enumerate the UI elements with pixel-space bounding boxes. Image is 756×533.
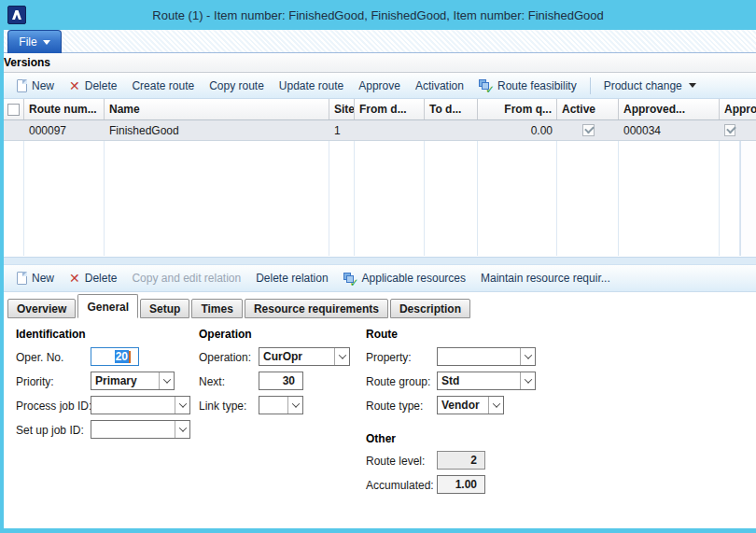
relation-new-button[interactable]: New [9,268,62,288]
versions-toolbar: New ✕ Delete Create route Copy route Upd… [0,73,756,99]
delete-button[interactable]: ✕ Delete [62,76,124,96]
priority-value: Primary [91,374,159,387]
applicable-resources-label: Applicable resources [362,272,466,285]
priority-select[interactable]: Primary [91,372,175,390]
column-header-to-date[interactable]: To d... [425,99,478,119]
accumulated-value: 1.00 [438,478,484,491]
cell-active [557,120,619,140]
new-page-icon [17,79,27,92]
route-type-label: Route type: [366,400,423,413]
delete-x-icon: ✕ [69,272,80,285]
tab-times[interactable]: Times [191,299,242,318]
pane-splitter[interactable] [0,257,756,265]
next-input[interactable]: 30 [259,372,303,390]
route-feasibility-button[interactable]: ✓ Route feasibility [471,75,584,96]
route-type-select[interactable]: Vendor [437,396,504,414]
route-level-field: 2 [437,451,485,470]
priority-label: Priority: [16,375,54,388]
applicable-resources-button[interactable]: ✓ Applicable resources [336,268,473,289]
select-all-checkbox[interactable] [7,104,20,116]
copy-and-edit-relation-label: Copy and edit relation [132,272,241,285]
process-job-id-select[interactable] [91,396,190,414]
create-route-button[interactable]: Create route [124,76,202,96]
tab-setup[interactable]: Setup [140,299,189,318]
column-header-site[interactable]: Site [329,99,355,119]
row-selector-cell[interactable] [4,120,24,140]
setup-job-id-select[interactable] [91,420,190,439]
chevron-down-icon[interactable] [287,397,302,414]
accumulated-field[interactable]: 1.00 [437,475,485,494]
delete-relation-button[interactable]: Delete relation [248,268,335,288]
relation-delete-button[interactable]: ✕ Delete [62,268,124,288]
active-checkbox [582,124,595,136]
chevron-down-icon[interactable] [175,421,189,438]
dynamics-ax-app-icon [7,6,26,24]
column-header-from-date[interactable]: From d... [355,99,425,119]
route-level-value: 2 [438,454,484,467]
product-change-label: Product change [604,79,682,92]
relation-delete-label: Delete [85,272,118,285]
column-header-active[interactable]: Active [557,99,619,119]
operation-label: Operation: [199,351,251,364]
column-header-approved-by[interactable]: Approved... [619,99,720,119]
grid-empty-area [4,141,756,256]
delete-button-label: Delete [85,79,118,92]
update-route-button[interactable]: Update route [272,76,351,96]
column-header-route-number[interactable]: Route num... [24,99,105,119]
next-label: Next: [199,375,225,388]
chevron-down-icon[interactable] [520,348,535,365]
route-type-value: Vendor [438,399,488,412]
maintain-resource-requirements-button[interactable]: Maintain resource requir... [473,268,618,288]
tab-description[interactable]: Description [390,299,470,318]
activation-button[interactable]: Activation [408,76,471,96]
relation-new-label: New [32,272,54,285]
cell-filler [740,120,756,140]
file-menu-button[interactable]: File [7,30,62,53]
table-row[interactable]: 000097 FinishedGood 1 0.00 000034 [4,120,756,141]
column-header-approved[interactable]: Approv... [720,99,756,119]
approved-checkbox [724,124,735,136]
new-button[interactable]: New [9,76,62,96]
section-identification: Identification [16,328,86,341]
title-bar: Route (1) - Item number: FinishedGood, F… [0,0,756,30]
column-header-from-qty[interactable]: From q... [478,99,557,119]
copy-and-edit-relation-button: Copy and edit relation [124,268,248,288]
product-change-button[interactable]: Product change [596,76,704,96]
property-label: Property: [366,351,412,364]
new-button-label: New [32,79,54,92]
column-header-name[interactable]: Name [105,99,329,119]
toolbar-separator [590,77,591,94]
file-menu-label: File [19,35,36,49]
chevron-down-icon[interactable] [520,372,535,389]
versions-group-label: Versions [4,56,50,69]
chevron-down-icon[interactable] [159,372,174,389]
oper-no-input[interactable]: 20 [91,347,139,366]
route-group-select[interactable]: Std [437,372,536,390]
update-route-label: Update route [279,79,343,92]
route-feasibility-icon: ✓ [479,78,493,92]
cell-approved [720,120,740,140]
delete-x-icon: ✕ [69,79,80,92]
chevron-down-icon[interactable] [334,348,349,365]
oper-no-value: 20 [91,350,138,363]
tab-overview[interactable]: Overview [7,299,76,318]
property-select[interactable] [437,347,536,366]
section-other: Other [366,432,396,445]
section-operation: Operation [199,328,252,341]
tab-general[interactable]: General [77,294,138,318]
chevron-down-icon[interactable] [488,397,503,414]
copy-route-button[interactable]: Copy route [202,76,272,96]
link-type-select[interactable] [259,396,303,414]
route-feasibility-label: Route feasibility [497,79,577,92]
route-group-label: Route group: [366,375,430,388]
setup-job-id-label: Set up job ID: [16,424,84,437]
tab-resource-requirements[interactable]: Resource requirements [245,299,388,318]
chevron-down-icon[interactable] [175,397,189,414]
activation-label: Activation [415,79,464,92]
vertical-scrollbar-track[interactable] [740,141,756,256]
new-page-icon [17,272,27,285]
operation-select[interactable]: CurOpr [259,347,350,366]
route-group-value: Std [438,374,520,387]
general-tab-panel: Identification Operation Route Other Ope… [4,318,756,528]
approve-button[interactable]: Approve [351,76,408,96]
